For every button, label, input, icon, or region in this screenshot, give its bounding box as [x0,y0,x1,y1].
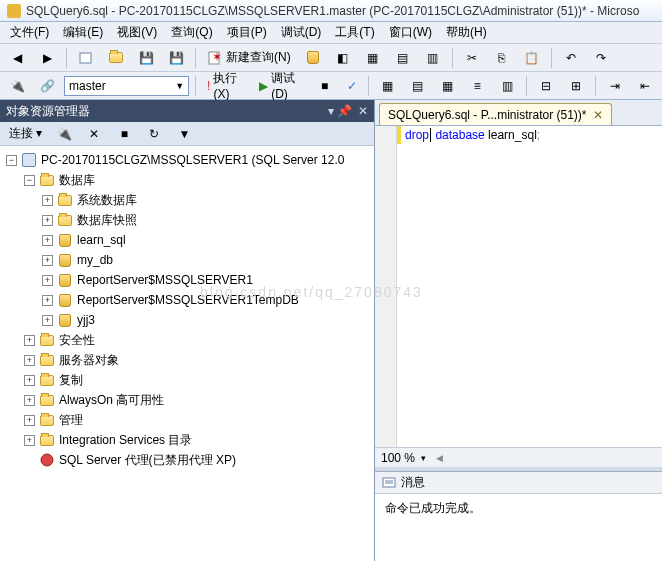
object-explorer-tree[interactable]: −PC-20170115CLGZ\MSSQLSERVER1 (SQL Serve… [0,146,374,561]
forward-button[interactable]: ▶ [34,47,60,69]
new-project-button[interactable] [73,47,99,69]
tb-other-button[interactable]: ▥ [420,47,446,69]
expand-icon[interactable]: + [42,255,53,266]
tree-management-node[interactable]: +管理 [0,410,374,430]
tree-db-my-db[interactable]: +my_db [0,250,374,270]
expand-icon[interactable]: + [24,335,35,346]
close-icon[interactable]: ✕ [358,104,368,118]
tb-report-button[interactable]: ▤ [390,47,416,69]
menu-query[interactable]: 查询(Q) [165,22,218,43]
tb-results-grid-button[interactable]: ▦ [434,75,460,97]
collapse-icon[interactable]: − [6,155,17,166]
expand-icon[interactable]: + [24,355,35,366]
expand-icon[interactable]: + [42,275,53,286]
tb-plan-button[interactable]: ▦ [374,75,400,97]
tree-server-node[interactable]: −PC-20170115CLGZ\MSSQLSERVER1 (SQL Serve… [0,150,374,170]
expand-icon[interactable]: + [24,415,35,426]
indent-icon: ⇥ [607,78,623,94]
sql-editor[interactable]: drop database learn_sql; [375,126,662,447]
oe-refresh-button[interactable]: ↻ [141,123,167,145]
redo-button[interactable]: ↷ [588,47,614,69]
connect-dropdown[interactable]: 连接 ▾ [4,122,47,145]
tb-results-file-button[interactable]: ▥ [494,75,520,97]
cut-button[interactable]: ✂ [459,47,485,69]
oe-btn-1[interactable]: 🔌 [51,123,77,145]
menu-edit[interactable]: 编辑(E) [57,22,109,43]
close-icon[interactable]: ✕ [593,108,603,122]
server-label: PC-20170115CLGZ\MSSQLSERVER1 (SQL Server… [41,153,344,167]
editor-tab[interactable]: SQLQuery6.sql - P...ministrator (51))* ✕ [379,103,612,125]
tree-sysdb-node[interactable]: +系统数据库 [0,190,374,210]
change-connection-button[interactable]: 🔌 [4,75,30,97]
expand-icon[interactable]: + [24,375,35,386]
messages-tab[interactable]: 消息 [375,472,662,494]
object-explorer-panel: 对象资源管理器 ▾ 📌 ✕ 连接 ▾ 🔌 ✕ ■ ↻ ▼ −PC-2017011… [0,100,375,561]
menu-project[interactable]: 项目(P) [221,22,273,43]
menu-window[interactable]: 窗口(W) [383,22,438,43]
undo-button[interactable]: ↶ [558,47,584,69]
execute-button[interactable]: ! 执行(X) [202,67,250,104]
oe-btn-3[interactable]: ■ [111,123,137,145]
copy-button[interactable]: ⎘ [489,47,515,69]
tree-serverobj-node[interactable]: +服务器对象 [0,350,374,370]
pin-icon[interactable]: ▾ 📌 [328,104,352,118]
new-query-button[interactable]: ✶新建查询(N) [202,46,296,69]
oe-btn-2[interactable]: ✕ [81,123,107,145]
tree-replication-node[interactable]: +复制 [0,370,374,390]
scroll-left-icon[interactable]: ◀ [436,453,443,463]
editor-panel: SQLQuery6.sql - P...ministrator (51))* ✕… [375,100,662,561]
connect-button[interactable]: 🔗 [34,75,60,97]
tree-databases-node[interactable]: −数据库 [0,170,374,190]
menu-tools[interactable]: 工具(T) [329,22,380,43]
menu-view[interactable]: 视图(V) [111,22,163,43]
tb-comment-button[interactable]: ⊟ [533,75,559,97]
expand-icon[interactable]: + [42,195,53,206]
collapse-icon[interactable]: − [24,175,35,186]
tree-snapshot-node[interactable]: +数据库快照 [0,210,374,230]
open-button[interactable] [103,47,129,69]
tb-indent-button[interactable]: ⇥ [602,75,628,97]
folder-icon [57,192,73,208]
tb-uncomment-button[interactable]: ⊞ [563,75,589,97]
tb-outdent-button[interactable]: ⇤ [632,75,658,97]
menu-debug[interactable]: 调试(D) [275,22,328,43]
expand-icon[interactable]: + [24,395,35,406]
tree-alwayson-node[interactable]: +AlwaysOn 高可用性 [0,390,374,410]
paste-button[interactable]: 📋 [519,47,545,69]
expand-icon[interactable]: + [42,215,53,226]
tb-results-text-button[interactable]: ≡ [464,75,490,97]
tree-db-reportserver[interactable]: +ReportServer$MSSQLSERVER1 [0,270,374,290]
tree-db-reportserver-temp[interactable]: +ReportServer$MSSQLSERVER1TempDB [0,290,374,310]
plan-icon: ▦ [379,78,395,94]
expand-icon[interactable]: + [42,295,53,306]
expand-icon[interactable]: + [42,315,53,326]
debug-button[interactable]: ▶ 调试(D) [254,67,307,104]
tree-db-learn-sql[interactable]: +learn_sql [0,230,374,250]
database-selector[interactable]: master ▼ [64,76,189,96]
tb-db-icon-button[interactable] [300,47,326,69]
zoom-value[interactable]: 100 % [381,451,415,465]
parse-button[interactable]: ✓ [342,76,362,96]
change-marker [397,126,401,144]
back-button[interactable]: ◀ [4,47,30,69]
tb-query-button[interactable]: ▦ [360,47,386,69]
oe-filter-button[interactable]: ▼ [171,123,197,145]
tree-security-node[interactable]: +安全性 [0,330,374,350]
tree-db-yjj3[interactable]: +yjj3 [0,310,374,330]
refresh-icon: ↻ [146,126,162,142]
connect-icon: 🔗 [39,78,55,94]
save-all-button[interactable]: 💾 [163,47,189,69]
expand-icon[interactable]: + [42,235,53,246]
editor-tab-strip: SQLQuery6.sql - P...ministrator (51))* ✕ [375,100,662,126]
menu-file[interactable]: 文件(F) [4,22,55,43]
stop-button[interactable]: ■ [312,75,338,97]
save-button[interactable]: 💾 [133,47,159,69]
menu-help[interactable]: 帮助(H) [440,22,493,43]
tree-iscatalog-node[interactable]: +Integration Services 目录 [0,430,374,450]
tb-stats-button[interactable]: ▤ [404,75,430,97]
new-project-icon [78,50,94,66]
expand-icon[interactable]: + [24,435,35,446]
tb-cube-button[interactable]: ◧ [330,47,356,69]
tree-agent-node[interactable]: SQL Server 代理(已禁用代理 XP) [0,450,374,470]
chevron-down-icon[interactable]: ▾ [421,453,426,463]
